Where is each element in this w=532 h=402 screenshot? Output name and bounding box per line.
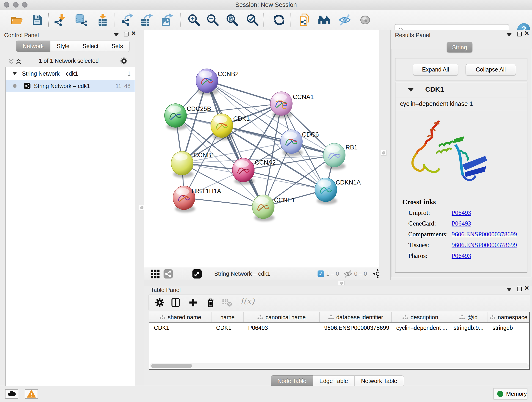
cdk1-section-header[interactable]: CDK1	[395, 82, 527, 97]
column-header-name[interactable]: name	[211, 312, 244, 322]
column-header-description[interactable]: description	[392, 312, 449, 322]
memory-button[interactable]: Memory	[494, 388, 527, 400]
table-cell[interactable]: cyclin–dependent ...	[392, 323, 449, 333]
tab-style[interactable]: Style	[51, 41, 76, 52]
table-cell[interactable]: P06493	[244, 323, 320, 333]
delete-column-icon[interactable]	[206, 298, 215, 307]
table-cell[interactable]: 9606.ENSP00000378699	[320, 323, 392, 333]
network-edge[interactable]	[243, 170, 326, 190]
export-network-button[interactable]	[121, 13, 134, 26]
zoom-out-button[interactable]	[206, 13, 219, 26]
network-node-CCNA1[interactable]: CCNA1	[270, 92, 314, 118]
left-splitter-handle[interactable]	[139, 205, 145, 211]
zoom-out-icon	[206, 13, 219, 26]
zoom-in-button[interactable]	[187, 13, 200, 26]
sitemap-icon	[328, 314, 334, 320]
tab-network-table[interactable]: Network Table	[355, 375, 404, 387]
open-in-new-icon[interactable]	[192, 269, 202, 279]
toolbar-separator	[264, 13, 264, 27]
table-panel-float-icon[interactable]	[517, 287, 522, 291]
import-table-button[interactable]	[96, 13, 109, 26]
results-panel-float-icon[interactable]	[517, 32, 522, 36]
network-node-CCNB1[interactable]: CCNB1	[171, 151, 215, 178]
export-table-button[interactable]	[140, 13, 152, 26]
tab-network[interactable]: Network	[16, 41, 51, 52]
network-collection-row[interactable]: String Network – cdk1 1	[6, 67, 135, 80]
apply-layout-button[interactable]	[273, 13, 285, 26]
show-all-button[interactable]	[359, 13, 372, 26]
collection-expander-icon[interactable]	[12, 72, 17, 75]
crosslink-link[interactable]: 9606.ENSP00000378699	[452, 230, 517, 238]
string-query-button[interactable]	[298, 13, 311, 26]
table-cell[interactable]: stringdb	[488, 323, 529, 333]
table-cell[interactable]: stringdb:9...	[449, 323, 488, 333]
control-panel-float-icon[interactable]	[124, 32, 128, 36]
control-panel-menu-icon[interactable]	[114, 33, 119, 36]
zoom-selected-button[interactable]	[246, 13, 259, 26]
show-columns-icon[interactable]	[171, 298, 181, 307]
column-header-databaseidentifier[interactable]: database identifier	[320, 312, 392, 322]
zoom-fit-button[interactable]	[226, 13, 239, 26]
tab-sets[interactable]: Sets	[105, 41, 130, 52]
save-session-button[interactable]	[31, 13, 44, 26]
table-settings-gear-icon[interactable]	[155, 298, 165, 307]
create-column-icon[interactable]	[188, 298, 198, 307]
network-node-CCNB2[interactable]: CCNB2	[196, 69, 239, 95]
tab-string[interactable]: String	[447, 42, 472, 52]
table-hscrollbar[interactable]	[150, 363, 529, 368]
cloud-status-button[interactable]	[5, 389, 18, 399]
network-node-CDC25B[interactable]: CDC25B	[165, 104, 211, 130]
horizontal-splitter[interactable]	[144, 280, 532, 286]
horizontal-splitter-handle[interactable]	[338, 281, 345, 285]
section-expander-icon[interactable]	[408, 88, 413, 92]
zoom-fit-icon	[226, 13, 239, 26]
zoom-sel-icon	[246, 13, 259, 26]
hide-selected-button[interactable]	[338, 13, 351, 26]
right-splitter[interactable]	[379, 30, 390, 280]
crosslink-link[interactable]: 9606.ENSP00000378699	[452, 241, 517, 249]
network-node-CDKN1A[interactable]: CDKN1A	[315, 178, 361, 204]
network-options-gear-icon[interactable]	[120, 57, 128, 65]
column-header-sharedname[interactable]: shared name	[149, 312, 211, 322]
table-cell[interactable]: CDK1	[211, 323, 244, 333]
export-image-button[interactable]	[160, 13, 173, 26]
collapse-all-icon[interactable]	[8, 58, 15, 65]
table-panel-menu-icon[interactable]	[507, 288, 512, 291]
collapse-all-button[interactable]: Collapse All	[466, 64, 516, 75]
left-splitter[interactable]	[135, 30, 144, 386]
network-row-selected[interactable]: String Network – cdk1 11 48	[6, 80, 135, 92]
network-view-canvas[interactable]: CCNB2CCNA1CDC25BCDK1CDC6RB1CCNB1CCNA2CDK…	[144, 30, 379, 267]
titlebar: Session: New Session	[0, 0, 532, 10]
table-hscrollbar-thumb[interactable]	[151, 364, 192, 368]
right-splitter-handle[interactable]	[381, 150, 386, 156]
column-header-id[interactable]: @id	[449, 312, 488, 322]
crosslink-link[interactable]: P06493	[452, 252, 471, 259]
table-cell[interactable]: CDK1	[149, 323, 211, 333]
tab-edge-table[interactable]: Edge Table	[313, 375, 355, 387]
results-panel-close-icon[interactable]: ✕	[524, 30, 529, 36]
first-neighbors-button[interactable]	[318, 13, 331, 26]
crosslink-link[interactable]: P06493	[452, 220, 471, 227]
column-header-namespace[interactable]: namespace	[488, 312, 529, 322]
column-header-canonicalname[interactable]: canonical name	[244, 312, 320, 322]
import-network-button[interactable]	[54, 13, 66, 26]
selected-checkbox-icon[interactable]: ✓	[317, 270, 324, 277]
open-session-button[interactable]	[10, 13, 23, 26]
tab-node-table[interactable]: Node Table	[271, 375, 313, 387]
table-row[interactable]: CDK1CDK1P064939606.ENSP00000378699cyclin…	[149, 323, 529, 333]
network-graph[interactable]: CCNB2CCNA1CDC25BCDK1CDC6RB1CCNB1CCNA2CDK…	[144, 30, 379, 267]
table-panel-close-icon[interactable]: ✕	[524, 285, 529, 291]
network-edge[interactable]	[184, 198, 263, 207]
crosslink-link[interactable]: P06493	[452, 209, 471, 216]
hidden-eye-icon	[344, 269, 352, 278]
network-node-RB1[interactable]: RB1	[323, 143, 358, 170]
network-node-CDK1[interactable]: CDK1	[211, 114, 250, 140]
warnings-button[interactable]	[25, 389, 38, 399]
results-panel-menu-icon[interactable]	[507, 33, 512, 36]
import-network-from-database-button[interactable]	[74, 13, 87, 26]
expand-all-button[interactable]: Expand All	[413, 64, 458, 75]
tab-select[interactable]: Select	[76, 41, 105, 52]
expand-all-icon[interactable]	[15, 58, 22, 65]
grid-view-icon[interactable]	[150, 269, 160, 279]
string-view-icon[interactable]	[163, 269, 173, 279]
